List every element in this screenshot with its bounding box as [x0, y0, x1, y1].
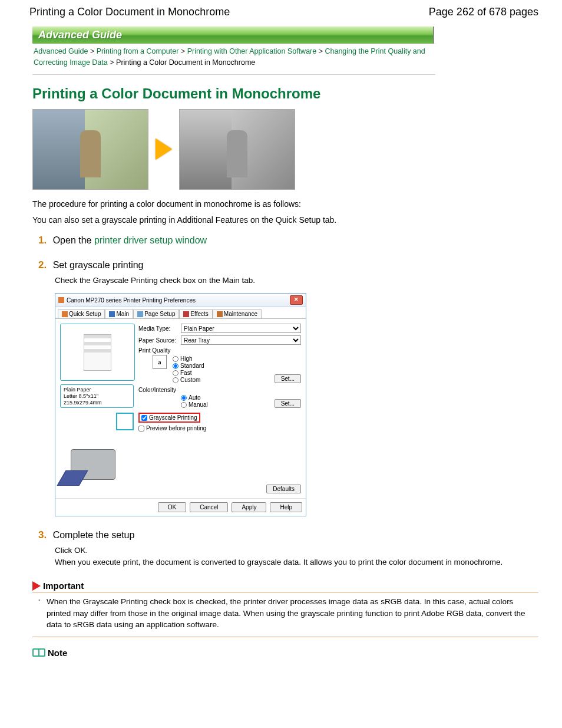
breadcrumb-sep: > — [181, 47, 185, 55]
step-3: 3. Complete the setup Click OK. When you… — [38, 529, 538, 568]
paper-source-label: Paper Source: — [138, 337, 181, 344]
page-setup-icon — [137, 311, 143, 317]
intro-paragraph: You can also set a grayscale printing in… — [32, 214, 538, 226]
step-title-text: Set grayscale printing — [53, 260, 144, 270]
page-title: Printing a Color Document in Monochrome — [32, 85, 538, 102]
quick-setup-icon — [62, 311, 68, 317]
cancel-button[interactable]: Cancel — [190, 502, 228, 512]
page-preview — [60, 324, 135, 381]
effects-icon — [183, 311, 189, 317]
page-indicator: Page 262 of 678 pages — [429, 6, 538, 18]
quality-set-button[interactable]: Set... — [275, 374, 301, 383]
tab-page-setup[interactable]: Page Setup — [133, 309, 179, 318]
step-number: 2. — [38, 259, 47, 271]
quality-sample-icon: a — [153, 355, 167, 369]
breadcrumb-sep: > — [319, 47, 323, 55]
step-1: 1. Open the printer driver setup window — [38, 235, 538, 246]
breadcrumb-link[interactable]: Advanced Guide — [34, 47, 88, 55]
step-number: 1. — [38, 235, 47, 246]
print-quality-label: Print Quality — [138, 347, 301, 354]
preview-thumbnail[interactable] — [116, 413, 134, 430]
breadcrumb-sep: > — [110, 58, 114, 67]
quality-high-radio[interactable]: High — [173, 355, 204, 362]
quality-fast-radio[interactable]: Fast — [173, 370, 204, 376]
apply-button[interactable]: Apply — [232, 502, 266, 512]
tab-effects[interactable]: Effects — [179, 309, 212, 318]
dialog-title: Canon MP270 series Printer Printing Pref… — [67, 297, 196, 304]
important-label: Important — [43, 581, 84, 591]
important-icon — [32, 581, 41, 591]
media-type-select[interactable]: Plain Paper — [181, 324, 301, 333]
quality-custom-radio[interactable]: Custom — [173, 377, 204, 383]
ok-button[interactable]: OK — [158, 502, 186, 512]
printer-illustration — [60, 436, 125, 489]
breadcrumb-current: Printing a Color Document in Monochrome — [116, 58, 255, 67]
dialog-tabs: Quick Setup Main Page Setup Effects Main… — [55, 307, 306, 319]
media-type-label: Media Type: — [138, 325, 181, 332]
intro-paragraph: The procedure for printing a color docum… — [32, 198, 538, 210]
advanced-guide-banner: Advanced Guide — [32, 27, 434, 44]
step-body: Click OK. — [55, 545, 538, 556]
paper-source-select[interactable]: Rear Tray — [181, 335, 301, 345]
step-title-text: Open the — [53, 235, 94, 245]
example-monochrome-image — [179, 109, 295, 190]
tab-maintenance[interactable]: Maintenance — [213, 309, 262, 318]
step-body: Check the Grayscale Printing check box o… — [55, 275, 538, 286]
arrow-right-icon — [156, 139, 172, 160]
close-icon[interactable]: ✕ — [290, 295, 303, 305]
note-icon — [32, 648, 45, 657]
breadcrumb-sep: > — [90, 47, 94, 55]
maintenance-icon — [217, 311, 223, 317]
breadcrumb-link[interactable]: Printing with Other Application Software — [187, 47, 317, 55]
tab-quick-setup[interactable]: Quick Setup — [58, 309, 105, 318]
printing-preferences-dialog: Canon MP270 series Printer Printing Pref… — [55, 293, 306, 516]
defaults-button[interactable]: Defaults — [266, 485, 301, 493]
printer-driver-setup-link[interactable]: printer driver setup window — [94, 235, 207, 245]
step-body: When you execute print, the document is … — [55, 556, 538, 568]
grayscale-printing-checkbox[interactable]: Grayscale Printing — [138, 413, 200, 423]
quality-standard-radio[interactable]: Standard — [173, 363, 204, 369]
important-note: When the Grayscale Printing check box is… — [32, 592, 538, 637]
breadcrumb-link[interactable]: Printing from a Computer — [97, 47, 179, 55]
comparison-figure — [32, 109, 538, 190]
tab-main[interactable]: Main — [105, 309, 133, 318]
note-label: Note — [48, 648, 67, 658]
main-icon — [109, 311, 115, 317]
doc-title: Printing a Color Document in Monochrome — [29, 6, 230, 18]
ci-set-button[interactable]: Set... — [275, 399, 301, 408]
printer-icon — [58, 297, 64, 303]
step-2: 2. Set grayscale printing Check the Gray… — [38, 259, 538, 517]
paper-info: Plain Paper Letter 8.5"x11" 215.9x279.4m… — [60, 384, 134, 408]
example-color-image — [32, 109, 148, 190]
help-button[interactable]: Help — [270, 502, 302, 512]
color-intensity-label: Color/Intensity — [138, 387, 301, 393]
preview-before-printing-checkbox[interactable]: Preview before printing — [138, 425, 301, 431]
step-number: 3. — [38, 529, 47, 541]
step-title-text: Complete the setup — [53, 530, 135, 540]
breadcrumb: Advanced Guide > Printing from a Compute… — [32, 44, 435, 75]
